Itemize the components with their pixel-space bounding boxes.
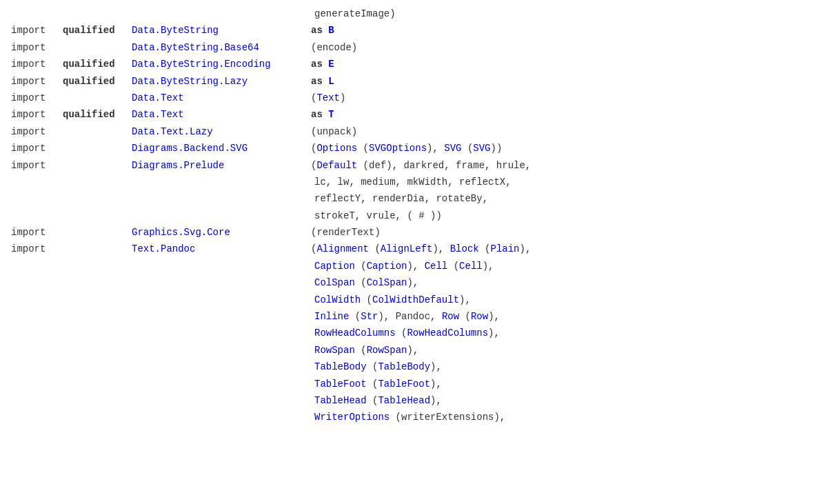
line-graphics-svg-core: import Graphics.Svg.Core (renderText) — [0, 224, 839, 241]
tablebody2-link[interactable]: TableBody — [378, 361, 430, 372]
module-graphics-svg-core: Graphics.Svg.Core — [132, 225, 311, 240]
str-link[interactable]: Str — [361, 311, 378, 322]
bytestring-rest: as B — [311, 23, 334, 38]
svg-link[interactable]: SVG — [444, 143, 461, 154]
line-pandoc-cont3: ColWidth (ColWidthDefault), — [0, 292, 839, 308]
block-link[interactable]: Block — [450, 243, 479, 254]
import-keyword-9: import — [11, 158, 63, 173]
rowheadcolumns2-link[interactable]: RowHeadColumns — [407, 327, 488, 339]
line-data-text-lazy: import Data.Text.Lazy (unpack) — [0, 123, 839, 140]
qualified-keyword-4: qualified — [63, 74, 132, 89]
plain-link[interactable]: Plain — [491, 243, 520, 254]
module-bytestring-lazy-link[interactable]: Data.ByteString.Lazy — [132, 76, 247, 87]
row2-link[interactable]: Row — [471, 311, 488, 322]
svg2-link[interactable]: SVG — [473, 143, 490, 154]
pandoc-cont8-text: TableFoot (TableFoot), — [314, 376, 442, 392]
graphics-svg-core-rest: (renderText) — [311, 225, 381, 240]
import-keyword-10: import — [11, 225, 63, 240]
module-text-pandoc-link[interactable]: Text.Pandoc — [132, 243, 195, 254]
row-link[interactable]: Row — [442, 311, 459, 322]
module-bytestring-base64-link[interactable]: Data.ByteString.Base64 — [132, 42, 259, 53]
line-data-text: import Data.Text (Text) — [0, 90, 839, 106]
caption2-link[interactable]: Caption — [367, 261, 407, 272]
options-link[interactable]: Options — [316, 143, 357, 154]
module-data-text: Data.Text — [132, 90, 311, 105]
import-keyword-8: import — [11, 141, 63, 156]
module-graphics-svg-core-link[interactable]: Graphics.Svg.Core — [132, 227, 230, 238]
alignleft-link[interactable]: AlignLeft — [381, 243, 433, 254]
import-keyword-6: import — [11, 107, 63, 122]
writeroptions-link[interactable]: WriterOptions — [314, 412, 390, 423]
colwidth-link[interactable]: ColWidth — [314, 294, 361, 305]
text-pandoc-rest: (Alignment (AlignLeft), Block (Plain), — [311, 241, 538, 256]
pandoc-cont6-text: RowSpan (RowSpan), — [314, 343, 418, 358]
alias-b-link[interactable]: B — [328, 25, 334, 36]
module-text-pandoc: Text.Pandoc — [132, 241, 311, 256]
cell2-link[interactable]: Cell — [459, 261, 483, 272]
colspan2-link[interactable]: ColSpan — [367, 277, 407, 288]
module-bytestring-link[interactable]: Data.ByteString — [132, 25, 219, 36]
module-bytestring-encoding: Data.ByteString.Encoding — [132, 57, 311, 72]
tablebody-link[interactable]: TableBody — [314, 361, 367, 372]
pandoc-cont4-text: Inline (Str), Pandoc, Row (Row), — [314, 309, 500, 324]
module-diagrams-backend-svg: Diagrams.Backend.SVG — [132, 141, 311, 156]
pandoc-cont2-text: ColSpan (ColSpan), — [314, 275, 418, 290]
line-bytestring-lazy: import qualified Data.ByteString.Lazy as… — [0, 73, 839, 90]
svgoptions-link[interactable]: SVGOptions — [369, 143, 427, 154]
pandoc-cont5-text: RowHeadColumns (RowHeadColumns), — [314, 325, 500, 341]
qualified-keyword-6: qualified — [63, 107, 132, 122]
inline-link[interactable]: Inline — [314, 311, 349, 322]
module-diagrams-prelude-link[interactable]: Diagrams.Prelude — [132, 160, 224, 171]
tablefoot-link[interactable]: TableFoot — [314, 379, 367, 390]
line-pandoc-cont4: Inline (Str), Pandoc, Row (Row), — [0, 308, 839, 325]
data-text-lazy-rest: (unpack) — [311, 124, 357, 139]
tablefoot2-link[interactable]: TableFoot — [378, 379, 430, 390]
line-diagrams-prelude: import Diagrams.Prelude (Default (def), … — [0, 157, 839, 174]
rowspan-link[interactable]: RowSpan — [314, 345, 355, 356]
line-generateimage: generateImage) — [0, 6, 839, 22]
line-pandoc-cont8: TableFoot (TableFoot), — [0, 376, 839, 392]
text-link[interactable]: Text — [316, 92, 340, 103]
code-container: generateImage) import qualified Data.Byt… — [0, 0, 839, 504]
import-keyword-4: import — [11, 74, 63, 89]
module-diagrams-prelude: Diagrams.Prelude — [132, 158, 311, 173]
line-bytestring-base64: import Data.ByteString.Base64 (encode) — [0, 39, 839, 56]
module-data-text-lazy-link[interactable]: Data.Text.Lazy — [132, 126, 213, 137]
diagrams-prelude-rest: (Default (def), darkred, frame, hrule, — [311, 158, 531, 173]
module-bytestring-lazy: Data.ByteString.Lazy — [132, 74, 311, 89]
rowspan2-link[interactable]: RowSpan — [367, 345, 407, 356]
data-text-rest: (Text) — [311, 90, 345, 105]
line-diagrams-prelude-cont1: lc, lw, medium, mkWidth, reflectX, — [0, 174, 839, 190]
default-link[interactable]: Default — [316, 160, 357, 171]
alias-t-link[interactable]: T — [328, 109, 334, 120]
as-keyword-6: as — [311, 109, 323, 120]
diagrams-prelude-cont2-text: reflectY, renderDia, rotateBy, — [314, 191, 488, 206]
colwidthdefault-link[interactable]: ColWidthDefault — [372, 294, 459, 305]
cell-link[interactable]: Cell — [425, 261, 448, 272]
module-data-text-link[interactable]: Data.Text — [132, 92, 184, 103]
module-bytestring-encoding-link[interactable]: Data.ByteString.Encoding — [132, 59, 271, 70]
alias-e-link[interactable]: E — [328, 59, 334, 70]
module-data-text-lazy: Data.Text.Lazy — [132, 124, 311, 139]
tablehead-link[interactable]: TableHead — [314, 395, 367, 406]
alignment-link[interactable]: Alignment — [316, 243, 369, 254]
module-data-text-q-link[interactable]: Data.Text — [132, 109, 184, 120]
caption-link[interactable]: Caption — [314, 261, 355, 272]
generateimage-text: generateImage) — [314, 6, 396, 21]
bytestring-base64-rest: (encode) — [311, 40, 357, 55]
colspan-link[interactable]: ColSpan — [314, 277, 355, 288]
line-pandoc-cont6: RowSpan (RowSpan), — [0, 342, 839, 359]
pandoc-cont3-text: ColWidth (ColWidthDefault), — [314, 292, 471, 308]
pandoc-cont9-text: TableHead (TableHead), — [314, 393, 442, 408]
import-keyword-3: import — [11, 57, 63, 72]
pandoc-cont10-text: WriterOptions (writerExtensions), — [314, 410, 505, 425]
line-bytestring-encoding: import qualified Data.ByteString.Encodin… — [0, 56, 839, 72]
qualified-keyword: qualified — [63, 23, 132, 38]
rowheadcolumns-link[interactable]: RowHeadColumns — [314, 327, 396, 339]
tablehead2-link[interactable]: TableHead — [378, 395, 430, 406]
alias-l-link[interactable]: L — [328, 76, 334, 87]
line-pandoc-cont1: Caption (Caption), Cell (Cell), — [0, 258, 839, 274]
line-pandoc-cont7: TableBody (TableBody), — [0, 359, 839, 375]
module-diagrams-backend-svg-link[interactable]: Diagrams.Backend.SVG — [132, 143, 247, 154]
as-keyword: as — [311, 25, 323, 36]
